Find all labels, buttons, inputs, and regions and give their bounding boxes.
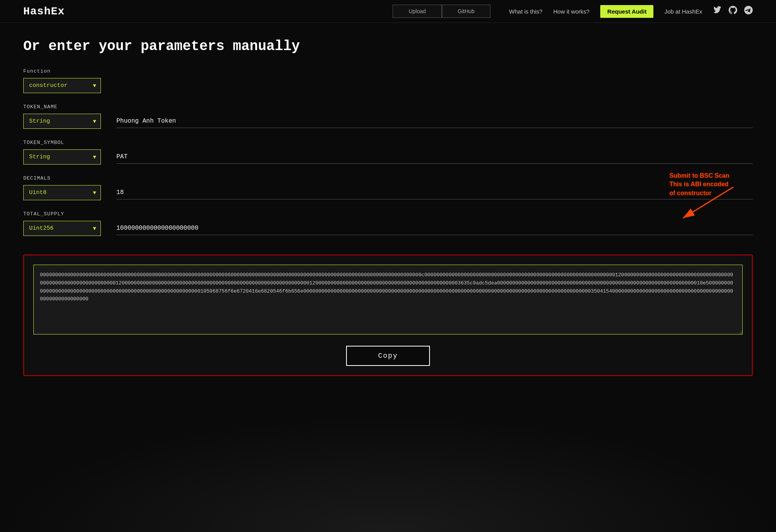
total-supply-input[interactable] xyxy=(116,222,753,235)
total-supply-section: TOTAL_SUPPLY Uint256 ▼ xyxy=(23,211,753,236)
token-symbol-type-select[interactable]: String xyxy=(23,149,101,165)
twitter-icon[interactable] xyxy=(713,6,722,16)
output-section: 0000000000000000000000000000000000000000… xyxy=(23,255,753,376)
page-title: Or enter your parameters manually xyxy=(23,38,753,54)
decimals-type-wrapper: Uint8 ▼ xyxy=(23,185,101,200)
total-supply-type-select[interactable]: Uint256 xyxy=(23,221,101,236)
nav-what-is-this[interactable]: What is this? xyxy=(509,8,542,15)
function-select-wrapper: constructor ▼ xyxy=(23,78,101,93)
nav-how-it-works[interactable]: How it works? xyxy=(553,8,589,15)
nav-job[interactable]: Job at HashEx xyxy=(664,8,702,15)
token-name-type-wrapper: String ▼ xyxy=(23,114,101,129)
function-label: Function xyxy=(23,68,753,74)
copy-button[interactable]: Copy xyxy=(346,346,430,366)
logo: HashEx xyxy=(23,5,65,17)
decimals-label: DECIMALS xyxy=(23,175,753,181)
token-symbol-row: String ▼ xyxy=(23,149,753,165)
main-content: Or enter your parameters manually Functi… xyxy=(0,23,776,399)
token-symbol-type-wrapper: String ▼ xyxy=(23,149,101,165)
tab-github[interactable]: GitHub xyxy=(442,5,491,18)
github-icon[interactable] xyxy=(729,6,737,17)
token-name-section: TOKEN_NAME String ▼ xyxy=(23,104,753,129)
social-icons xyxy=(713,6,753,17)
token-name-type-select[interactable]: String xyxy=(23,114,101,129)
total-supply-label: TOTAL_SUPPLY xyxy=(23,211,753,217)
function-select[interactable]: constructor xyxy=(23,78,101,93)
navigation: Upload GitHub What is this? How it works… xyxy=(393,5,753,18)
annotation-line3: of constructor xyxy=(669,189,729,198)
token-name-row: String ▼ xyxy=(23,114,753,129)
function-section: Function constructor ▼ xyxy=(23,68,753,93)
token-symbol-label: TOKEN_SYMBOL xyxy=(23,140,753,146)
decimals-type-select[interactable]: Uint8 xyxy=(23,185,101,200)
annotation-line1: Submit to BSC Scan xyxy=(669,172,729,180)
request-audit-button[interactable]: Request Audit xyxy=(600,5,653,18)
total-supply-type-wrapper: Uint256 ▼ xyxy=(23,221,101,236)
token-symbol-input[interactable] xyxy=(116,150,753,164)
decimals-input[interactable] xyxy=(116,186,753,199)
decimals-section: DECIMALS Uint8 ▼ Submit to BSC Scan This… xyxy=(23,175,753,200)
telegram-icon[interactable] xyxy=(744,6,753,17)
token-name-label: TOKEN_NAME xyxy=(23,104,753,110)
decimals-row: Uint8 ▼ Submit to BSC Scan This is ABI e… xyxy=(23,185,753,200)
encoded-output[interactable]: 0000000000000000000000000000000000000000… xyxy=(33,265,743,334)
total-supply-row: Uint256 ▼ xyxy=(23,221,753,236)
annotation-bubble: Submit to BSC Scan This is ABI encoded o… xyxy=(669,172,729,198)
tab-upload[interactable]: Upload xyxy=(393,5,442,18)
token-symbol-section: TOKEN_SYMBOL String ▼ xyxy=(23,140,753,165)
token-name-input[interactable] xyxy=(116,114,753,128)
annotation-line2: This is ABI encoded xyxy=(669,180,729,189)
copy-button-wrapper: Copy xyxy=(33,346,743,366)
